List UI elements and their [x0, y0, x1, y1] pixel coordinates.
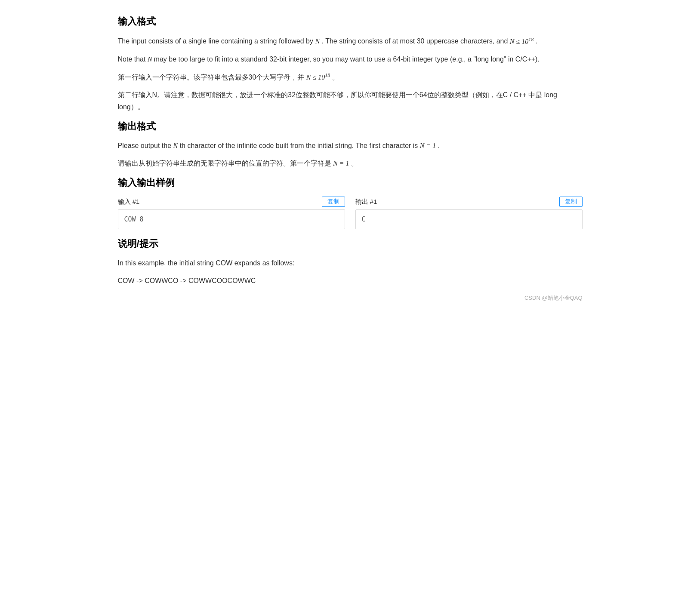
para3-end: 。 — [332, 74, 339, 81]
examples-section: 输入输出样例 输入 #1 复制 COW 8 输出 #1 复制 C — [118, 175, 583, 229]
output-format-heading: 输出格式 — [118, 119, 583, 134]
out-para2-end: 。 — [351, 160, 358, 167]
output-format-section: 输出格式 Please output the N th character of… — [118, 119, 583, 169]
para3-zh-text: 第一行输入一个字符串。该字符串包含最多30个大写字母，并 — [118, 74, 305, 81]
para1-math-n: N — [315, 38, 320, 45]
out-para1-math-n: N — [173, 142, 178, 149]
output-box: 输出 #1 复制 C — [355, 197, 583, 229]
para2-math-n: N — [148, 55, 154, 63]
input-content: COW 8 — [118, 209, 345, 229]
notes-para1: In this example, the initial string COW … — [118, 257, 583, 269]
input-format-para3-zh: 第一行输入一个字符串。该字符串包含最多30个大写字母，并 N ≤ 1018 。 — [118, 71, 583, 83]
output-format-para2-zh: 请输出从初始字符串生成的无限字符串中的位置的字符。第一个字符是 N = 1 。 — [118, 157, 583, 169]
notes-section: 说明/提示 In this example, the initial strin… — [118, 236, 583, 287]
notes-para2: COW -> COWWCO -> COWWCOOCOWWC — [118, 275, 583, 286]
input-label: 输入 #1 — [118, 197, 140, 207]
para1-text1: The input consists of a single line cont… — [118, 38, 313, 45]
output-copy-button[interactable]: 复制 — [559, 197, 583, 207]
input-format-para1-en: The input consists of a single line cont… — [118, 35, 583, 47]
input-header: 输入 #1 复制 — [118, 197, 345, 207]
para1-end: . — [536, 38, 537, 45]
input-format-heading: 输入格式 — [118, 14, 583, 29]
examples-heading: 输入输出样例 — [118, 175, 583, 190]
para1-text2: . The string consists of at most 30 uppe… — [322, 38, 508, 45]
out-para2-math: N = 1 — [333, 160, 349, 167]
io-row: 输入 #1 复制 COW 8 输出 #1 复制 C — [118, 197, 583, 229]
para2-text1: Note that — [118, 55, 146, 63]
out-para1-text1: Please output the — [118, 142, 172, 149]
output-label: 输出 #1 — [355, 197, 377, 207]
input-format-para2-en: Note that N may be too large to fit into… — [118, 53, 583, 65]
input-box: 输入 #1 复制 COW 8 — [118, 197, 345, 229]
output-header: 输出 #1 复制 — [355, 197, 583, 207]
input-copy-button[interactable]: 复制 — [322, 197, 345, 207]
input-format-para4-zh: 第二行输入N。请注意，数据可能很大，放进一个标准的32位整数可能不够，所以你可能… — [118, 89, 583, 112]
para3-math: N ≤ 1018 — [306, 74, 330, 81]
output-format-para1-en: Please output the N th character of the … — [118, 140, 583, 151]
page-container: 输入格式 The input consists of a single line… — [101, 0, 600, 310]
para1-math-ineq: N ≤ 1018 — [510, 38, 533, 45]
out-para1-text2: th character of the infinite code built … — [180, 142, 418, 149]
out-para1-math-eq: N = 1 — [420, 142, 436, 149]
input-format-section: 输入格式 The input consists of a single line… — [118, 14, 583, 113]
out-para1-end: . — [438, 142, 440, 149]
watermark: CSDN @蜡笔小金QAQ — [524, 294, 583, 303]
out-para2-zh-text: 请输出从初始字符串生成的无限字符串中的位置的字符。第一个字符是 — [118, 160, 331, 167]
para2-text2: may be too large to fit into a standard … — [154, 55, 540, 63]
notes-heading: 说明/提示 — [118, 236, 583, 251]
output-content: C — [355, 209, 583, 229]
